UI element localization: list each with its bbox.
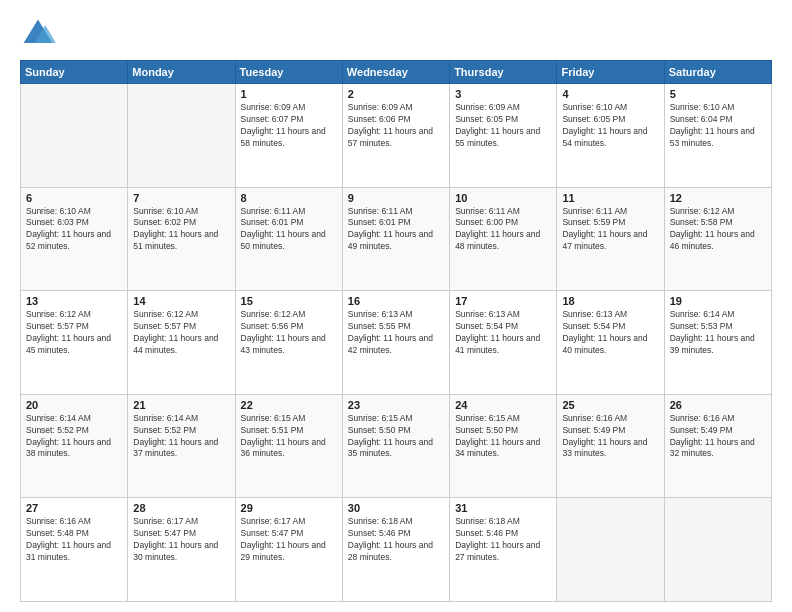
day-info: Sunrise: 6:11 AM Sunset: 6:01 PM Dayligh… [348, 206, 444, 254]
day-info: Sunrise: 6:18 AM Sunset: 5:46 PM Dayligh… [348, 516, 444, 564]
day-info: Sunrise: 6:15 AM Sunset: 5:50 PM Dayligh… [348, 413, 444, 461]
day-header-saturday: Saturday [664, 61, 771, 84]
week-row-3: 13Sunrise: 6:12 AM Sunset: 5:57 PM Dayli… [21, 291, 772, 395]
day-number: 9 [348, 192, 444, 204]
day-cell: 12Sunrise: 6:12 AM Sunset: 5:58 PM Dayli… [664, 187, 771, 291]
week-row-2: 6Sunrise: 6:10 AM Sunset: 6:03 PM Daylig… [21, 187, 772, 291]
page: SundayMondayTuesdayWednesdayThursdayFrid… [0, 0, 792, 612]
day-info: Sunrise: 6:11 AM Sunset: 5:59 PM Dayligh… [562, 206, 658, 254]
day-number: 7 [133, 192, 229, 204]
day-number: 13 [26, 295, 122, 307]
day-header-monday: Monday [128, 61, 235, 84]
day-info: Sunrise: 6:13 AM Sunset: 5:54 PM Dayligh… [562, 309, 658, 357]
day-info: Sunrise: 6:10 AM Sunset: 6:05 PM Dayligh… [562, 102, 658, 150]
day-cell: 18Sunrise: 6:13 AM Sunset: 5:54 PM Dayli… [557, 291, 664, 395]
day-number: 23 [348, 399, 444, 411]
day-header-friday: Friday [557, 61, 664, 84]
day-cell: 5Sunrise: 6:10 AM Sunset: 6:04 PM Daylig… [664, 84, 771, 188]
day-number: 19 [670, 295, 766, 307]
day-cell: 7Sunrise: 6:10 AM Sunset: 6:02 PM Daylig… [128, 187, 235, 291]
day-info: Sunrise: 6:14 AM Sunset: 5:53 PM Dayligh… [670, 309, 766, 357]
day-info: Sunrise: 6:13 AM Sunset: 5:54 PM Dayligh… [455, 309, 551, 357]
day-number: 18 [562, 295, 658, 307]
day-info: Sunrise: 6:13 AM Sunset: 5:55 PM Dayligh… [348, 309, 444, 357]
day-info: Sunrise: 6:17 AM Sunset: 5:47 PM Dayligh… [133, 516, 229, 564]
day-info: Sunrise: 6:15 AM Sunset: 5:51 PM Dayligh… [241, 413, 337, 461]
day-number: 12 [670, 192, 766, 204]
day-info: Sunrise: 6:16 AM Sunset: 5:49 PM Dayligh… [670, 413, 766, 461]
day-info: Sunrise: 6:10 AM Sunset: 6:02 PM Dayligh… [133, 206, 229, 254]
calendar-table: SundayMondayTuesdayWednesdayThursdayFrid… [20, 60, 772, 602]
day-number: 30 [348, 502, 444, 514]
day-cell: 25Sunrise: 6:16 AM Sunset: 5:49 PM Dayli… [557, 394, 664, 498]
week-row-5: 27Sunrise: 6:16 AM Sunset: 5:48 PM Dayli… [21, 498, 772, 602]
day-info: Sunrise: 6:18 AM Sunset: 5:46 PM Dayligh… [455, 516, 551, 564]
day-number: 8 [241, 192, 337, 204]
week-row-4: 20Sunrise: 6:14 AM Sunset: 5:52 PM Dayli… [21, 394, 772, 498]
day-number: 6 [26, 192, 122, 204]
header-row: SundayMondayTuesdayWednesdayThursdayFrid… [21, 61, 772, 84]
day-number: 25 [562, 399, 658, 411]
header [20, 16, 772, 52]
day-cell: 30Sunrise: 6:18 AM Sunset: 5:46 PM Dayli… [342, 498, 449, 602]
day-info: Sunrise: 6:17 AM Sunset: 5:47 PM Dayligh… [241, 516, 337, 564]
day-number: 27 [26, 502, 122, 514]
day-number: 26 [670, 399, 766, 411]
day-number: 10 [455, 192, 551, 204]
day-header-tuesday: Tuesday [235, 61, 342, 84]
day-number: 3 [455, 88, 551, 100]
day-cell: 2Sunrise: 6:09 AM Sunset: 6:06 PM Daylig… [342, 84, 449, 188]
day-cell: 17Sunrise: 6:13 AM Sunset: 5:54 PM Dayli… [450, 291, 557, 395]
day-cell: 19Sunrise: 6:14 AM Sunset: 5:53 PM Dayli… [664, 291, 771, 395]
day-number: 1 [241, 88, 337, 100]
day-cell: 28Sunrise: 6:17 AM Sunset: 5:47 PM Dayli… [128, 498, 235, 602]
day-info: Sunrise: 6:09 AM Sunset: 6:07 PM Dayligh… [241, 102, 337, 150]
day-cell: 24Sunrise: 6:15 AM Sunset: 5:50 PM Dayli… [450, 394, 557, 498]
day-info: Sunrise: 6:12 AM Sunset: 5:58 PM Dayligh… [670, 206, 766, 254]
day-number: 22 [241, 399, 337, 411]
logo-icon [20, 16, 56, 52]
day-cell: 20Sunrise: 6:14 AM Sunset: 5:52 PM Dayli… [21, 394, 128, 498]
day-number: 21 [133, 399, 229, 411]
day-header-thursday: Thursday [450, 61, 557, 84]
day-cell: 3Sunrise: 6:09 AM Sunset: 6:05 PM Daylig… [450, 84, 557, 188]
day-info: Sunrise: 6:10 AM Sunset: 6:03 PM Dayligh… [26, 206, 122, 254]
day-cell: 26Sunrise: 6:16 AM Sunset: 5:49 PM Dayli… [664, 394, 771, 498]
logo [20, 16, 60, 52]
week-row-1: 1Sunrise: 6:09 AM Sunset: 6:07 PM Daylig… [21, 84, 772, 188]
day-info: Sunrise: 6:11 AM Sunset: 6:01 PM Dayligh… [241, 206, 337, 254]
day-number: 20 [26, 399, 122, 411]
day-cell [664, 498, 771, 602]
day-cell: 23Sunrise: 6:15 AM Sunset: 5:50 PM Dayli… [342, 394, 449, 498]
day-info: Sunrise: 6:14 AM Sunset: 5:52 PM Dayligh… [133, 413, 229, 461]
day-info: Sunrise: 6:12 AM Sunset: 5:56 PM Dayligh… [241, 309, 337, 357]
day-number: 17 [455, 295, 551, 307]
day-cell [21, 84, 128, 188]
day-number: 28 [133, 502, 229, 514]
day-cell: 16Sunrise: 6:13 AM Sunset: 5:55 PM Dayli… [342, 291, 449, 395]
day-number: 31 [455, 502, 551, 514]
day-info: Sunrise: 6:15 AM Sunset: 5:50 PM Dayligh… [455, 413, 551, 461]
day-cell: 15Sunrise: 6:12 AM Sunset: 5:56 PM Dayli… [235, 291, 342, 395]
day-header-sunday: Sunday [21, 61, 128, 84]
day-info: Sunrise: 6:12 AM Sunset: 5:57 PM Dayligh… [133, 309, 229, 357]
day-info: Sunrise: 6:12 AM Sunset: 5:57 PM Dayligh… [26, 309, 122, 357]
day-cell: 14Sunrise: 6:12 AM Sunset: 5:57 PM Dayli… [128, 291, 235, 395]
day-number: 16 [348, 295, 444, 307]
day-cell: 1Sunrise: 6:09 AM Sunset: 6:07 PM Daylig… [235, 84, 342, 188]
day-number: 5 [670, 88, 766, 100]
day-cell: 22Sunrise: 6:15 AM Sunset: 5:51 PM Dayli… [235, 394, 342, 498]
day-info: Sunrise: 6:16 AM Sunset: 5:49 PM Dayligh… [562, 413, 658, 461]
day-number: 4 [562, 88, 658, 100]
day-info: Sunrise: 6:14 AM Sunset: 5:52 PM Dayligh… [26, 413, 122, 461]
day-number: 24 [455, 399, 551, 411]
day-number: 11 [562, 192, 658, 204]
day-cell [128, 84, 235, 188]
day-header-wednesday: Wednesday [342, 61, 449, 84]
day-cell: 27Sunrise: 6:16 AM Sunset: 5:48 PM Dayli… [21, 498, 128, 602]
day-number: 2 [348, 88, 444, 100]
day-cell: 29Sunrise: 6:17 AM Sunset: 5:47 PM Dayli… [235, 498, 342, 602]
day-cell: 6Sunrise: 6:10 AM Sunset: 6:03 PM Daylig… [21, 187, 128, 291]
day-info: Sunrise: 6:09 AM Sunset: 6:05 PM Dayligh… [455, 102, 551, 150]
day-info: Sunrise: 6:11 AM Sunset: 6:00 PM Dayligh… [455, 206, 551, 254]
